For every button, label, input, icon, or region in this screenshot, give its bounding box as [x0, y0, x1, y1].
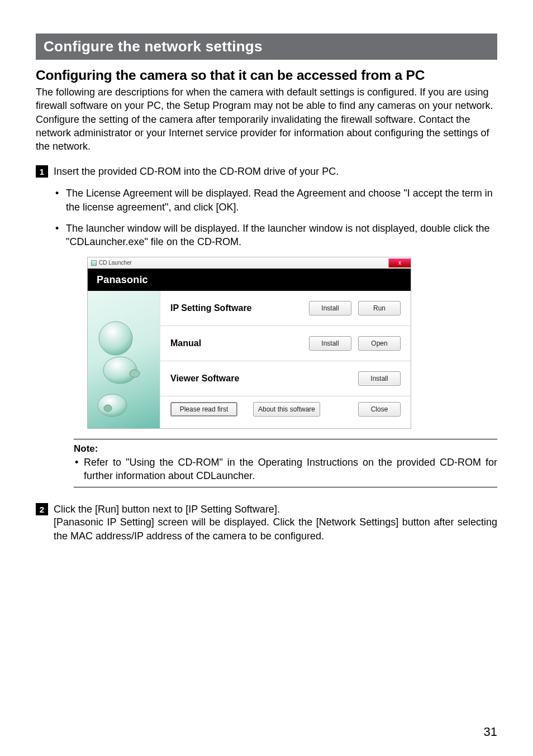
window-titlebar: CD Launcher x — [88, 257, 411, 269]
launcher-main: IP Setting Software Install Run Manual I… — [160, 291, 411, 428]
row-manual: Manual Install Open — [160, 326, 411, 361]
row-label-manual: Manual — [170, 337, 309, 350]
page-number: 31 — [484, 725, 497, 739]
about-button[interactable]: About this software — [253, 402, 320, 417]
step-1-bullet: The launcher window will be displayed. I… — [54, 222, 497, 249]
close-button[interactable]: Close — [358, 402, 401, 417]
svg-point-2 — [130, 370, 140, 377]
intro-paragraph: The following are descriptions for when … — [36, 85, 497, 153]
step-number-2: 2 — [36, 503, 48, 515]
manual-page: Configure the network settings Configuri… — [0, 0, 533, 756]
brand-bar: Panasonic — [88, 269, 411, 291]
install-button[interactable]: Install — [309, 301, 351, 315]
open-button[interactable]: Open — [358, 336, 401, 351]
row-label-viewer: Viewer Software — [170, 372, 358, 385]
read-first-button[interactable]: Please read first — [170, 402, 237, 417]
note-item: Refer to "Using the CD-ROM" in the Opera… — [74, 456, 497, 483]
launcher-window: CD Launcher x Panasonic — [87, 257, 411, 429]
app-icon — [91, 260, 97, 266]
step-1-bullet: The License Agreement will be displayed.… — [54, 186, 497, 214]
install-button[interactable]: Install — [358, 371, 401, 386]
launcher-footer: Please read first About this software Cl… — [160, 396, 411, 424]
row-viewer: Viewer Software Install — [160, 361, 411, 396]
step-2: 2 Click the [Run] button next to [IP Set… — [36, 503, 497, 543]
step-1: 1 Insert the provided CD-ROM into the CD… — [36, 165, 497, 491]
launcher-window-figure: CD Launcher x Panasonic — [87, 257, 411, 429]
step-2-body: [Panasonic IP Setting] screen will be di… — [54, 515, 497, 543]
step-number-1: 1 — [36, 165, 48, 178]
row-label-ip-setting: IP Setting Software — [170, 302, 309, 314]
svg-point-4 — [104, 405, 112, 412]
sidebar-art — [88, 291, 160, 428]
svg-point-3 — [98, 394, 127, 417]
row-ip-setting: IP Setting Software Install Run — [160, 291, 411, 326]
note-label: Note: — [74, 443, 497, 456]
step-2-lead: Click the [Run] button next to [IP Setti… — [54, 503, 497, 515]
svg-point-0 — [99, 322, 132, 355]
install-button[interactable]: Install — [309, 336, 351, 351]
close-icon[interactable]: x — [388, 259, 411, 267]
subheading: Configuring the camera so that it can be… — [36, 68, 497, 83]
window-title: CD Launcher — [99, 259, 132, 267]
section-banner: Configure the network settings — [36, 34, 497, 60]
note-block: Note: Refer to "Using the CD-ROM" in the… — [74, 439, 497, 488]
run-button[interactable]: Run — [358, 301, 401, 315]
step-1-lead: Insert the provided CD-ROM into the CD-R… — [54, 165, 497, 178]
